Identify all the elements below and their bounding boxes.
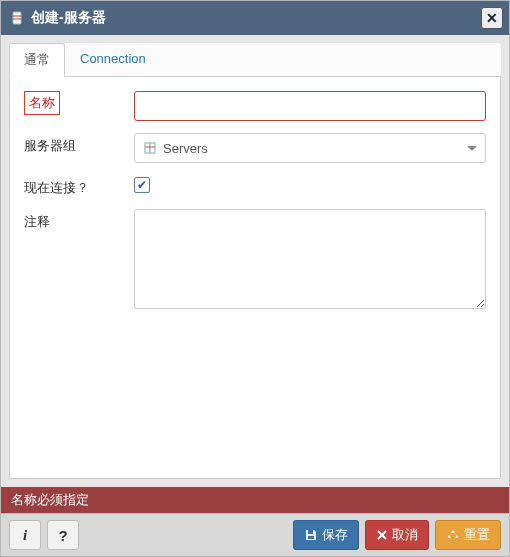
floppy-icon xyxy=(304,528,318,542)
svg-rect-0 xyxy=(13,12,21,24)
connect-now-checkbox[interactable]: ✔ xyxy=(134,177,150,193)
dialog-header: 创建-服务器 ✕ xyxy=(1,1,509,35)
close-icon: ✕ xyxy=(486,10,498,26)
save-button[interactable]: 保存 xyxy=(293,520,359,550)
dialog-title: 创建-服务器 xyxy=(31,9,481,27)
label-comment: 注释 xyxy=(24,209,134,231)
label-name: 名称 xyxy=(24,91,60,115)
cancel-label: 取消 xyxy=(392,526,418,544)
row-server-group: 服务器组 Servers xyxy=(24,133,486,163)
row-name: 名称 xyxy=(24,91,486,121)
servers-group-icon xyxy=(143,141,157,155)
cancel-button[interactable]: 取消 xyxy=(365,520,429,550)
close-button[interactable]: ✕ xyxy=(481,7,503,29)
svg-rect-4 xyxy=(150,143,155,153)
create-server-dialog: 创建-服务器 ✕ 通常 Connection 名称 服务器组 xyxy=(0,0,510,557)
tabs: 通常 Connection xyxy=(9,43,501,77)
server-group-selected: Servers xyxy=(163,141,208,156)
svg-rect-7 xyxy=(308,536,314,539)
row-comment: 注释 xyxy=(24,209,486,312)
help-button[interactable]: ? xyxy=(47,520,79,550)
tab-connection[interactable]: Connection xyxy=(65,43,161,77)
label-server-group: 服务器组 xyxy=(24,133,134,155)
info-button[interactable]: i xyxy=(9,520,41,550)
check-icon: ✔ xyxy=(137,179,147,191)
reset-label: 重置 xyxy=(464,526,490,544)
help-icon: ? xyxy=(58,527,67,544)
tab-general[interactable]: 通常 xyxy=(9,43,65,77)
name-input[interactable] xyxy=(134,91,486,121)
server-icon xyxy=(9,10,25,26)
info-icon: i xyxy=(23,527,27,544)
svg-rect-3 xyxy=(145,143,150,153)
server-group-select[interactable]: Servers xyxy=(134,133,486,163)
x-icon xyxy=(376,529,388,541)
dialog-footer: i ? 保存 xyxy=(1,513,509,556)
row-connect-now: 现在连接？ ✔ xyxy=(24,175,486,197)
form-body: 名称 服务器组 Servers xyxy=(9,77,501,479)
error-bar: 名称必须指定 xyxy=(1,487,509,513)
svg-rect-6 xyxy=(308,530,313,534)
chevron-down-icon xyxy=(467,146,477,151)
label-connect-now: 现在连接？ xyxy=(24,175,134,197)
reset-button[interactable]: 重置 xyxy=(435,520,501,550)
comment-textarea[interactable] xyxy=(134,209,486,309)
recycle-icon xyxy=(446,528,460,542)
save-label: 保存 xyxy=(322,526,348,544)
